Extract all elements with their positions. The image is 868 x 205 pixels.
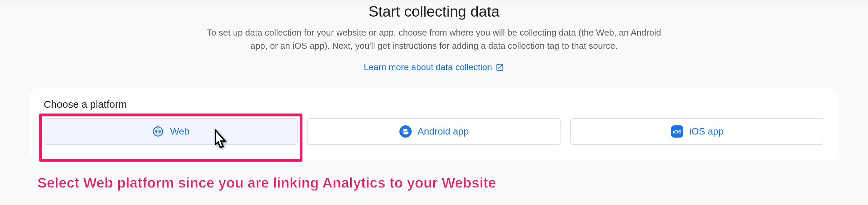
- header-section: Start collecting data To set up data col…: [0, 3, 868, 73]
- platform-card: Choose a platform Web: [30, 89, 838, 161]
- platform-wrapper-web: Web: [44, 118, 298, 145]
- android-icon: [399, 125, 412, 138]
- web-icon: [152, 125, 164, 138]
- platform-android-button[interactable]: Android app: [307, 118, 561, 145]
- platform-ios-button[interactable]: iOS iOS app: [570, 118, 824, 145]
- card-title: Choose a platform: [44, 99, 824, 110]
- learn-more-link[interactable]: Learn more about data collection: [364, 62, 505, 73]
- svg-text:iOS: iOS: [673, 129, 682, 135]
- page-title: Start collecting data: [14, 3, 854, 20]
- platform-wrapper-android: Android app: [307, 118, 561, 145]
- learn-more-label: Learn more about data collection: [364, 62, 492, 73]
- svg-point-1: [399, 125, 412, 138]
- page-description: To set up data collection for your websi…: [203, 26, 665, 53]
- platform-ios-label: iOS app: [689, 126, 724, 137]
- external-link-icon: [495, 63, 504, 72]
- platform-wrapper-ios: iOS iOS app: [570, 118, 824, 145]
- ios-icon: iOS: [671, 125, 683, 138]
- annotation-text: Select Web platform since you are linkin…: [37, 175, 496, 191]
- platform-list: Web Android app iOS: [44, 118, 824, 145]
- platform-android-label: Android app: [418, 126, 469, 137]
- page-container: Start collecting data To set up data col…: [0, 0, 868, 161]
- platform-web-label: Web: [170, 126, 190, 137]
- platform-web-button[interactable]: Web: [44, 118, 298, 145]
